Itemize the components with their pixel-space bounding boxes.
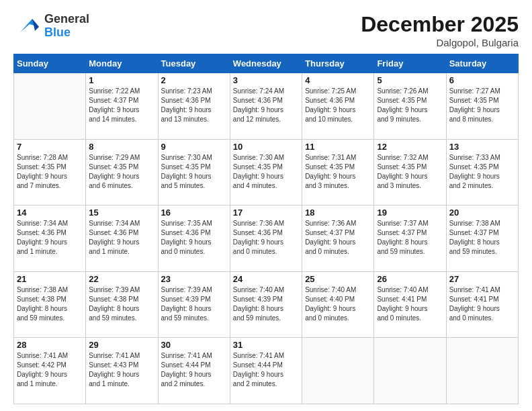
day-info: Sunrise: 7:22 AM Sunset: 4:37 PM Dayligh… xyxy=(89,87,154,124)
day-info: Sunrise: 7:40 AM Sunset: 4:41 PM Dayligh… xyxy=(377,285,443,323)
day-number: 13 xyxy=(449,142,515,152)
calendar-cell xyxy=(14,73,86,140)
calendar-cell: 11Sunrise: 7:31 AM Sunset: 4:35 PM Dayli… xyxy=(302,139,374,205)
calendar-cell: 14Sunrise: 7:34 AM Sunset: 4:36 PM Dayli… xyxy=(14,205,86,272)
day-number: 2 xyxy=(161,75,227,85)
title-block: December 2025 Dalgopol, Bulgaria xyxy=(361,12,519,48)
location: Dalgopol, Bulgaria xyxy=(361,37,519,48)
calendar-cell: 18Sunrise: 7:36 AM Sunset: 4:37 PM Dayli… xyxy=(302,205,374,272)
day-number: 19 xyxy=(377,208,443,218)
day-number: 3 xyxy=(233,75,299,85)
calendar-cell: 26Sunrise: 7:40 AM Sunset: 4:41 PM Dayli… xyxy=(374,271,446,338)
calendar-week-row: 21Sunrise: 7:38 AM Sunset: 4:38 PM Dayli… xyxy=(14,271,519,338)
day-number: 25 xyxy=(305,274,371,284)
calendar-cell: 24Sunrise: 7:40 AM Sunset: 4:39 PM Dayli… xyxy=(230,271,302,338)
day-info: Sunrise: 7:31 AM Sunset: 4:35 PM Dayligh… xyxy=(305,153,371,191)
logo-bird-icon xyxy=(13,12,42,40)
day-info: Sunrise: 7:41 AM Sunset: 4:41 PM Dayligh… xyxy=(449,285,515,323)
day-number: 29 xyxy=(89,340,154,350)
day-number: 30 xyxy=(161,340,227,350)
calendar-cell: 29Sunrise: 7:41 AM Sunset: 4:43 PM Dayli… xyxy=(86,338,158,404)
month-title: December 2025 xyxy=(361,12,519,37)
calendar-cell: 6Sunrise: 7:27 AM Sunset: 4:35 PM Daylig… xyxy=(446,73,518,140)
day-number: 5 xyxy=(377,75,443,85)
day-number: 12 xyxy=(377,142,443,152)
calendar-cell xyxy=(374,338,446,404)
day-info: Sunrise: 7:39 AM Sunset: 4:38 PM Dayligh… xyxy=(89,285,154,323)
day-number: 18 xyxy=(305,208,371,218)
calendar-cell: 25Sunrise: 7:40 AM Sunset: 4:40 PM Dayli… xyxy=(302,271,374,338)
day-info: Sunrise: 7:41 AM Sunset: 4:44 PM Dayligh… xyxy=(233,351,299,389)
day-info: Sunrise: 7:24 AM Sunset: 4:36 PM Dayligh… xyxy=(233,87,299,124)
day-number: 23 xyxy=(161,274,227,284)
day-number: 8 xyxy=(89,142,154,152)
weekday-header: Wednesday xyxy=(230,54,302,73)
calendar-cell: 28Sunrise: 7:41 AM Sunset: 4:42 PM Dayli… xyxy=(14,338,86,404)
day-number: 7 xyxy=(17,142,83,152)
day-info: Sunrise: 7:33 AM Sunset: 4:35 PM Dayligh… xyxy=(449,153,515,191)
calendar-cell xyxy=(446,338,518,404)
day-info: Sunrise: 7:30 AM Sunset: 4:35 PM Dayligh… xyxy=(161,153,227,191)
weekday-header: Saturday xyxy=(446,54,518,73)
calendar-cell: 7Sunrise: 7:28 AM Sunset: 4:35 PM Daylig… xyxy=(14,139,86,205)
calendar-cell: 27Sunrise: 7:41 AM Sunset: 4:41 PM Dayli… xyxy=(446,271,518,338)
day-info: Sunrise: 7:36 AM Sunset: 4:36 PM Dayligh… xyxy=(233,219,299,257)
day-number: 16 xyxy=(161,208,227,218)
day-info: Sunrise: 7:30 AM Sunset: 4:35 PM Dayligh… xyxy=(233,153,299,191)
calendar-cell: 2Sunrise: 7:23 AM Sunset: 4:36 PM Daylig… xyxy=(158,73,230,140)
day-number: 31 xyxy=(233,340,299,350)
calendar-cell: 22Sunrise: 7:39 AM Sunset: 4:38 PM Dayli… xyxy=(86,271,158,338)
day-info: Sunrise: 7:41 AM Sunset: 4:43 PM Dayligh… xyxy=(89,351,154,389)
calendar-cell: 17Sunrise: 7:36 AM Sunset: 4:36 PM Dayli… xyxy=(230,205,302,272)
calendar-cell: 23Sunrise: 7:39 AM Sunset: 4:39 PM Dayli… xyxy=(158,271,230,338)
calendar-cell: 21Sunrise: 7:38 AM Sunset: 4:38 PM Dayli… xyxy=(14,271,86,338)
day-number: 10 xyxy=(233,142,299,152)
calendar-cell: 12Sunrise: 7:32 AM Sunset: 4:35 PM Dayli… xyxy=(374,139,446,205)
calendar-cell: 31Sunrise: 7:41 AM Sunset: 4:44 PM Dayli… xyxy=(230,338,302,404)
weekday-header: Monday xyxy=(86,54,158,73)
day-number: 26 xyxy=(377,274,443,284)
calendar-week-row: 14Sunrise: 7:34 AM Sunset: 4:36 PM Dayli… xyxy=(14,205,519,272)
weekday-header: Friday xyxy=(374,54,446,73)
day-number: 9 xyxy=(161,142,227,152)
calendar-cell: 15Sunrise: 7:34 AM Sunset: 4:36 PM Dayli… xyxy=(86,205,158,272)
weekday-header: Sunday xyxy=(14,54,86,73)
page: General Blue December 2025 Dalgopol, Bul… xyxy=(0,0,532,411)
calendar-week-row: 28Sunrise: 7:41 AM Sunset: 4:42 PM Dayli… xyxy=(14,338,519,404)
calendar-cell: 8Sunrise: 7:29 AM Sunset: 4:35 PM Daylig… xyxy=(86,139,158,205)
day-number: 20 xyxy=(449,208,515,218)
day-info: Sunrise: 7:41 AM Sunset: 4:44 PM Dayligh… xyxy=(161,351,227,389)
header: General Blue December 2025 Dalgopol, Bul… xyxy=(13,12,519,48)
day-number: 28 xyxy=(17,340,83,350)
calendar-cell: 30Sunrise: 7:41 AM Sunset: 4:44 PM Dayli… xyxy=(158,338,230,404)
calendar-week-row: 7Sunrise: 7:28 AM Sunset: 4:35 PM Daylig… xyxy=(14,139,519,205)
day-info: Sunrise: 7:38 AM Sunset: 4:38 PM Dayligh… xyxy=(17,285,83,323)
calendar-cell: 20Sunrise: 7:38 AM Sunset: 4:37 PM Dayli… xyxy=(446,205,518,272)
day-info: Sunrise: 7:41 AM Sunset: 4:42 PM Dayligh… xyxy=(17,351,83,389)
day-number: 14 xyxy=(17,208,83,218)
day-info: Sunrise: 7:40 AM Sunset: 4:39 PM Dayligh… xyxy=(233,285,299,323)
day-info: Sunrise: 7:27 AM Sunset: 4:35 PM Dayligh… xyxy=(449,87,515,124)
logo: General Blue xyxy=(13,12,89,40)
calendar-cell: 3Sunrise: 7:24 AM Sunset: 4:36 PM Daylig… xyxy=(230,73,302,140)
day-info: Sunrise: 7:25 AM Sunset: 4:36 PM Dayligh… xyxy=(305,87,371,124)
calendar-cell: 9Sunrise: 7:30 AM Sunset: 4:35 PM Daylig… xyxy=(158,139,230,205)
day-info: Sunrise: 7:39 AM Sunset: 4:39 PM Dayligh… xyxy=(161,285,227,323)
day-number: 4 xyxy=(305,75,371,85)
day-info: Sunrise: 7:38 AM Sunset: 4:37 PM Dayligh… xyxy=(449,219,515,257)
day-number: 24 xyxy=(233,274,299,284)
day-info: Sunrise: 7:26 AM Sunset: 4:35 PM Dayligh… xyxy=(377,87,443,124)
day-number: 17 xyxy=(233,208,299,218)
calendar-cell: 13Sunrise: 7:33 AM Sunset: 4:35 PM Dayli… xyxy=(446,139,518,205)
day-info: Sunrise: 7:28 AM Sunset: 4:35 PM Dayligh… xyxy=(17,153,83,191)
calendar-cell: 4Sunrise: 7:25 AM Sunset: 4:36 PM Daylig… xyxy=(302,73,374,140)
calendar-cell: 1Sunrise: 7:22 AM Sunset: 4:37 PM Daylig… xyxy=(86,73,158,140)
day-info: Sunrise: 7:23 AM Sunset: 4:36 PM Dayligh… xyxy=(161,87,227,124)
calendar-header-row: SundayMondayTuesdayWednesdayThursdayFrid… xyxy=(14,54,519,73)
day-info: Sunrise: 7:36 AM Sunset: 4:37 PM Dayligh… xyxy=(305,219,371,257)
day-number: 21 xyxy=(17,274,83,284)
logo-name: General Blue xyxy=(44,13,89,40)
weekday-header: Thursday xyxy=(302,54,374,73)
day-number: 11 xyxy=(305,142,371,152)
day-info: Sunrise: 7:34 AM Sunset: 4:36 PM Dayligh… xyxy=(89,219,154,257)
